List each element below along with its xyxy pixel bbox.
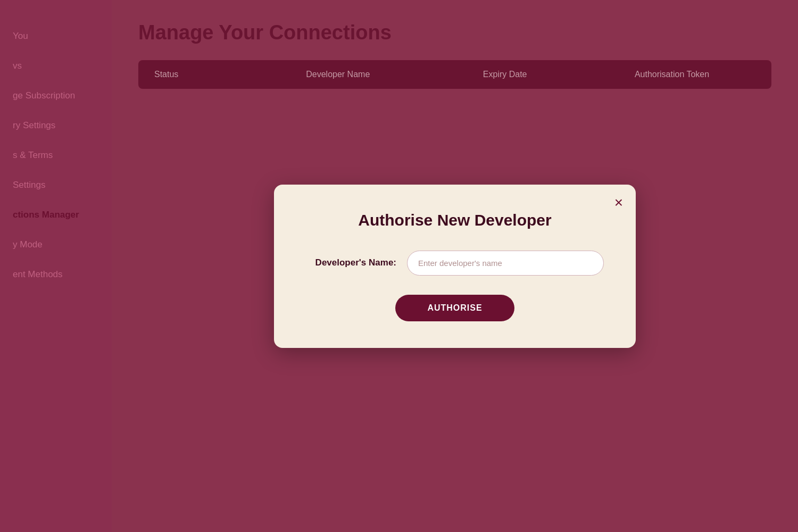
modal-actions: AUTHORISE <box>306 295 604 321</box>
developer-name-field-row: Developer's Name: <box>306 251 604 276</box>
main-content: Manage Your Connections Status Developer… <box>112 0 798 532</box>
sidebar-item-ts-terms[interactable]: s & Terms <box>0 140 112 170</box>
sidebar-item-news[interactable]: vs <box>0 51 112 81</box>
developer-name-label: Developer's Name: <box>306 257 396 268</box>
sidebar-item-privacy-settings[interactable]: ry Settings <box>0 111 112 140</box>
modal-title: Authorise New Developer <box>306 211 604 229</box>
modal-close-button[interactable]: × <box>614 195 623 210</box>
authorise-button[interactable]: AUTHORISE <box>395 295 514 321</box>
sidebar-item-settings[interactable]: Settings <box>0 170 112 200</box>
sidebar: You vs ge Subscription ry Settings s & T… <box>0 0 112 532</box>
sidebar-item-payment-methods[interactable]: ent Methods <box>0 260 112 289</box>
sidebar-item-privacy-mode[interactable]: y Mode <box>0 230 112 260</box>
sidebar-item-manage-subscription[interactable]: ge Subscription <box>0 81 112 111</box>
modal-overlay: × Authorise New Developer Developer's Na… <box>112 0 798 532</box>
sidebar-item-connections-manager[interactable]: ctions Manager <box>0 200 112 230</box>
sidebar-item-you[interactable]: You <box>0 21 112 51</box>
developer-name-input[interactable] <box>407 251 604 276</box>
authorise-developer-modal: × Authorise New Developer Developer's Na… <box>274 185 636 348</box>
